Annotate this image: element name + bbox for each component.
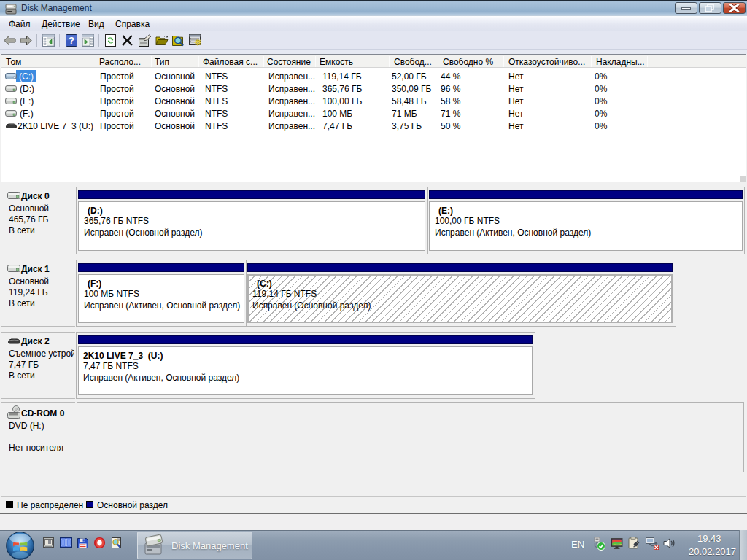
svg-text:?: ? — [69, 35, 74, 46]
